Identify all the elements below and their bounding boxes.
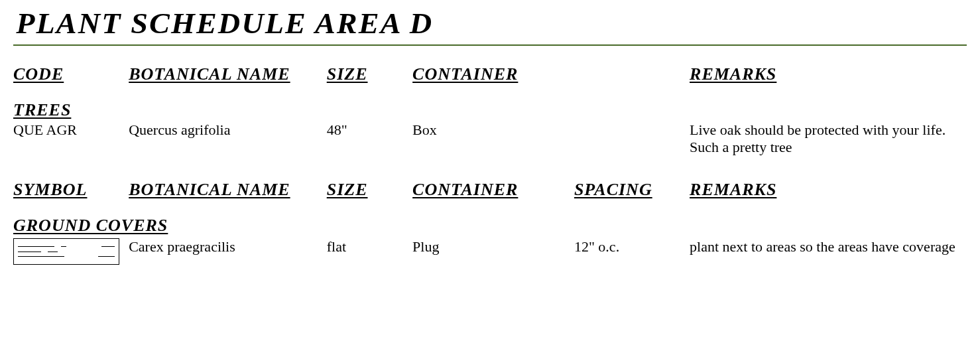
cell-code: QUE AGR bbox=[13, 121, 129, 139]
header-remarks: REMARKS bbox=[690, 64, 776, 84]
hatch-symbol-icon bbox=[13, 238, 119, 265]
title-rule bbox=[13, 44, 967, 46]
table-row: Carex praegracilis flat Plug 12" o.c. pl… bbox=[13, 238, 967, 265]
header-container-2: CONTAINER bbox=[412, 180, 518, 199]
cell-botanical: Quercus agrifolia bbox=[129, 121, 327, 139]
cell-botanical: Carex praegracilis bbox=[129, 238, 327, 255]
section2-headers: SYMBOL BOTANICAL NAME SIZE CONTAINER SPA… bbox=[13, 180, 967, 200]
cell-remarks: plant next to areas so the areas have co… bbox=[690, 238, 967, 255]
table-row: QUE AGR Quercus agrifolia 48" Box Live o… bbox=[13, 121, 967, 156]
section1-category: TREES bbox=[13, 100, 967, 120]
header-botanical-2: BOTANICAL NAME bbox=[129, 180, 290, 199]
cell-size: flat bbox=[327, 238, 412, 255]
header-size: SIZE bbox=[327, 64, 368, 84]
header-size-2: SIZE bbox=[327, 180, 368, 199]
header-symbol: SYMBOL bbox=[13, 180, 87, 199]
cell-container: Box bbox=[412, 121, 690, 139]
header-spacing: SPACING bbox=[574, 180, 652, 199]
header-container: CONTAINER bbox=[412, 64, 518, 84]
header-code: CODE bbox=[13, 64, 64, 84]
cell-remarks: Live oak should be protected with your l… bbox=[690, 121, 967, 156]
section1-headers: CODE BOTANICAL NAME SIZE CONTAINER REMAR… bbox=[13, 64, 967, 84]
cell-spacing: 12" o.c. bbox=[574, 238, 690, 255]
cell-size: 48" bbox=[327, 121, 412, 139]
header-botanical: BOTANICAL NAME bbox=[129, 64, 290, 84]
cell-container: Plug bbox=[412, 238, 574, 255]
section2-category: GROUND COVERS bbox=[13, 216, 967, 236]
cell-symbol bbox=[13, 238, 129, 265]
header-remarks-2: REMARKS bbox=[690, 180, 776, 199]
page-title: PLANT SCHEDULE AREA D bbox=[13, 7, 980, 40]
